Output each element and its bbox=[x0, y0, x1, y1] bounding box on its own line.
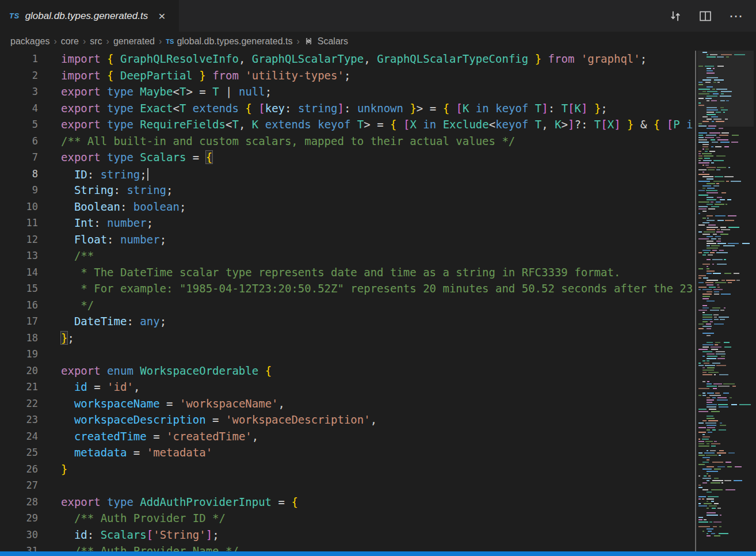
code-line[interactable]: 29 /** Auth Provider ID */ bbox=[0, 510, 693, 527]
code-line[interactable]: 31 /** Auth Provider Name */ bbox=[0, 543, 693, 551]
line-number[interactable]: 24 bbox=[0, 428, 38, 445]
code-line-content[interactable]: export enum WorkspaceOrderable { bbox=[61, 363, 272, 379]
line-number[interactable]: 8 bbox=[0, 166, 38, 182]
code-line[interactable]: 27 bbox=[0, 477, 693, 494]
code-line[interactable]: 10 Boolean: boolean; bbox=[0, 199, 693, 215]
code-line[interactable]: 14 * The DateTime scalar type represents… bbox=[0, 264, 693, 281]
code-line[interactable]: 1import { GraphQLResolveInfo, GraphQLSca… bbox=[0, 51, 693, 67]
code-line[interactable]: 23 workspaceDescription = 'workspaceDesc… bbox=[0, 412, 693, 428]
code-line[interactable]: 4export type Exact<T extends { [key: str… bbox=[0, 100, 693, 117]
code-line[interactable]: 15 * For example: "1985-04-12T23:20:50.5… bbox=[0, 280, 693, 297]
tab-global-db-types-generated[interactable]: TS global.db.types.generated.ts × bbox=[0, 0, 180, 32]
code-line-content[interactable]: export type AddAuthProviderInput = { bbox=[61, 494, 298, 511]
breadcrumb-item-core[interactable]: core bbox=[61, 36, 79, 47]
line-number[interactable]: 28 bbox=[0, 494, 38, 511]
line-number[interactable]: 10 bbox=[0, 199, 38, 215]
close-icon[interactable]: × bbox=[157, 10, 166, 22]
code-line-content[interactable]: */ bbox=[61, 297, 94, 314]
line-number[interactable]: 3 bbox=[0, 83, 38, 100]
line-number[interactable]: 31 bbox=[0, 543, 38, 551]
line-number[interactable]: 23 bbox=[0, 412, 38, 428]
code-line[interactable]: 30 id: Scalars['String']; bbox=[0, 527, 693, 543]
code-line-content[interactable]: Boolean: boolean; bbox=[61, 199, 186, 215]
code-line[interactable]: 11 Int: number; bbox=[0, 215, 693, 231]
code-line[interactable]: 22 workspaceName = 'workspaceName', bbox=[0, 395, 693, 412]
line-number[interactable]: 7 bbox=[0, 149, 38, 166]
line-number[interactable]: 1 bbox=[0, 51, 38, 67]
code-line[interactable]: 16 */ bbox=[0, 297, 693, 314]
code-line-content[interactable]: export type Maybe<T> = T | null; bbox=[61, 83, 272, 100]
code-line[interactable]: 8 ID: string; bbox=[0, 166, 693, 182]
line-number[interactable]: 9 bbox=[0, 182, 38, 199]
code-line-content[interactable]: metadata = 'metadata' bbox=[61, 444, 212, 461]
breadcrumb-item-packages[interactable]: packages bbox=[10, 36, 50, 47]
code-line-content[interactable]: } bbox=[61, 461, 67, 478]
line-number[interactable]: 25 bbox=[0, 444, 38, 461]
code-line-content[interactable]: Int: number; bbox=[61, 215, 153, 231]
minimap-sash[interactable] bbox=[695, 51, 696, 551]
line-number[interactable]: 16 bbox=[0, 297, 38, 314]
code-line[interactable]: 5export type RequireFields<T, K extends … bbox=[0, 116, 693, 133]
line-number[interactable]: 26 bbox=[0, 461, 38, 478]
minimap[interactable] bbox=[697, 51, 754, 551]
code-line[interactable]: 25 metadata = 'metadata' bbox=[0, 444, 693, 461]
code-line-content[interactable]: id: Scalars['String']; bbox=[61, 527, 219, 543]
code-line[interactable]: 7export type Scalars = { bbox=[0, 149, 693, 166]
code-line-content[interactable]: import { DeepPartial } from 'utility-typ… bbox=[61, 67, 350, 84]
code-line-content[interactable]: export type Scalars = { bbox=[61, 149, 212, 166]
line-number[interactable]: 15 bbox=[0, 280, 38, 297]
code-line[interactable]: 13 /** bbox=[0, 247, 693, 264]
code-line-content[interactable]: /** bbox=[61, 247, 94, 264]
line-number[interactable]: 6 bbox=[0, 133, 38, 150]
code-line-content[interactable]: String: string; bbox=[61, 182, 173, 199]
code-line[interactable]: 6/** All built-in and custom scalars, ma… bbox=[0, 133, 693, 150]
code-line-content[interactable]: DateTime: any; bbox=[61, 313, 166, 330]
line-number[interactable]: 29 bbox=[0, 510, 38, 527]
code-line-content[interactable]: /** Auth Provider ID */ bbox=[61, 510, 226, 527]
code-line[interactable]: 9 String: string; bbox=[0, 182, 693, 199]
code-line-content[interactable]: import { GraphQLResolveInfo, GraphQLScal… bbox=[61, 51, 647, 67]
code-line-content[interactable]: Float: number; bbox=[61, 231, 166, 248]
line-number[interactable]: 27 bbox=[0, 477, 38, 494]
breadcrumb-item-src[interactable]: src bbox=[90, 36, 102, 47]
line-number[interactable]: 30 bbox=[0, 527, 38, 543]
code-line[interactable]: 20export enum WorkspaceOrderable { bbox=[0, 363, 693, 379]
breadcrumb-item-filename[interactable]: global.db.types.generated.ts bbox=[177, 36, 292, 47]
line-number[interactable]: 11 bbox=[0, 215, 38, 231]
code-area[interactable]: 1import { GraphQLResolveInfo, GraphQLSca… bbox=[0, 51, 693, 551]
line-number[interactable]: 13 bbox=[0, 247, 38, 264]
code-line[interactable]: 17 DateTime: any; bbox=[0, 313, 693, 330]
code-line-content[interactable]: * The DateTime scalar type represents da… bbox=[61, 264, 620, 281]
line-number[interactable]: 18 bbox=[0, 330, 38, 346]
line-number[interactable]: 5 bbox=[0, 116, 38, 133]
line-number[interactable]: 14 bbox=[0, 264, 38, 281]
code-line-content[interactable]: workspaceName = 'workspaceName', bbox=[61, 395, 285, 412]
line-number[interactable]: 12 bbox=[0, 231, 38, 248]
code-line[interactable]: 2import { DeepPartial } from 'utility-ty… bbox=[0, 67, 693, 84]
line-number[interactable]: 19 bbox=[0, 346, 38, 363]
open-changes-icon[interactable] bbox=[669, 10, 682, 22]
code-line[interactable]: 12 Float: number; bbox=[0, 231, 693, 248]
code-line-content[interactable]: workspaceDescription = 'workspaceDescrip… bbox=[61, 412, 377, 428]
breadcrumb-item-generated[interactable]: generated bbox=[113, 36, 155, 47]
code-line-content[interactable]: export type Exact<T extends { [key: stri… bbox=[61, 100, 608, 117]
code-line[interactable]: 18}; bbox=[0, 330, 693, 346]
line-number[interactable]: 21 bbox=[0, 379, 38, 395]
code-line-content[interactable]: id = 'id', bbox=[61, 379, 140, 395]
line-number[interactable]: 2 bbox=[0, 67, 38, 84]
line-number[interactable]: 4 bbox=[0, 100, 38, 117]
code-line-content[interactable]: /** Auth Provider Name */ bbox=[61, 543, 239, 551]
code-line-content[interactable]: /** All built-in and custom scalars, map… bbox=[61, 133, 515, 150]
split-editor-icon[interactable] bbox=[699, 10, 712, 22]
more-actions-icon[interactable]: ⋯ bbox=[729, 9, 743, 23]
line-number[interactable]: 20 bbox=[0, 363, 38, 379]
code-line[interactable]: 26} bbox=[0, 461, 693, 478]
code-line-content[interactable]: }; bbox=[61, 330, 74, 346]
breadcrumb-item-scalars[interactable]: Scalars bbox=[318, 36, 348, 47]
code-line[interactable]: 21 id = 'id', bbox=[0, 379, 693, 395]
line-number[interactable]: 17 bbox=[0, 313, 38, 330]
code-line[interactable]: 19 bbox=[0, 346, 693, 363]
code-line-content[interactable]: * For example: "1985-04-12T23:20:50.52Z"… bbox=[61, 280, 693, 297]
code-line-content[interactable]: createdTime = 'createdTime', bbox=[61, 428, 258, 445]
code-line-content[interactable]: ID: string; bbox=[61, 166, 148, 182]
